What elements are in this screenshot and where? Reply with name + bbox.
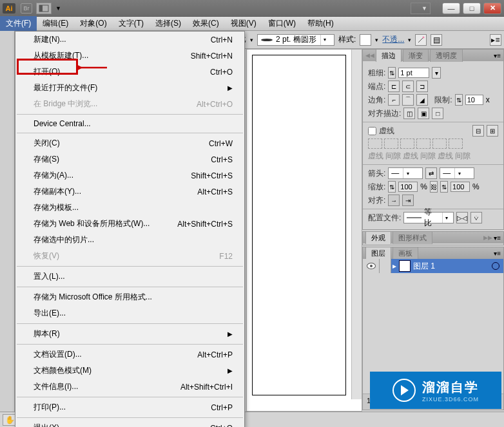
- panel-menu-icon[interactable]: ▾≡: [494, 250, 501, 257]
- menu-window[interactable]: 窗口(W): [262, 16, 302, 31]
- style-swatch[interactable]: [360, 34, 371, 46]
- align-arrow-a[interactable]: →: [388, 195, 400, 206]
- visibility-toggle[interactable]: [363, 259, 380, 273]
- panel-menu-icon[interactable]: ▸≡: [490, 34, 501, 46]
- scale-end-input[interactable]: [451, 182, 470, 192]
- menu-file[interactable]: 文件(F): [0, 16, 37, 31]
- chevron-down-icon[interactable]: ▾: [375, 37, 378, 43]
- stepper-icon[interactable]: ⇅: [455, 94, 463, 106]
- menu-item[interactable]: 存储为 Microsoft Office 所用格式...: [15, 289, 244, 305]
- stepper-icon[interactable]: ⇅: [440, 181, 448, 193]
- swap-arrow-button[interactable]: ⇄: [425, 167, 437, 179]
- align-arrow-b[interactable]: ⇥: [402, 195, 414, 206]
- menu-effect[interactable]: 效果(C): [187, 16, 225, 31]
- minimize-button[interactable]: —: [442, 3, 460, 14]
- tab-stroke[interactable]: 描边: [376, 49, 402, 62]
- menu-item[interactable]: 打印(P)...Ctrl+P: [15, 399, 244, 415]
- dash-align-a[interactable]: ⊟: [472, 125, 484, 137]
- menu-item[interactable]: 存储为模板...: [15, 200, 244, 216]
- document-canvas[interactable]: [246, 49, 362, 412]
- weight-input[interactable]: [398, 68, 429, 78]
- arrow-start-field[interactable]: —▾: [388, 167, 423, 179]
- tab-gradient[interactable]: 渐变: [403, 49, 429, 62]
- menu-item[interactable]: 退出(X)Ctrl+Q: [15, 420, 244, 427]
- menu-item[interactable]: 存储为(A)...Shift+Ctrl+S: [15, 167, 244, 184]
- gap-field[interactable]: [449, 138, 463, 149]
- menu-type[interactable]: 文字(T): [113, 16, 150, 31]
- dash-field[interactable]: [368, 138, 382, 149]
- chevron-down-icon[interactable]: ▾: [250, 37, 253, 43]
- align-outside-button[interactable]: □: [432, 108, 443, 119]
- limit-input[interactable]: [465, 95, 483, 105]
- tab-appearance[interactable]: 外观: [365, 231, 391, 244]
- chevron-down-icon[interactable]: ▾: [320, 35, 329, 45]
- scrollbar-vertical[interactable]: [351, 50, 362, 399]
- corner-miter-button[interactable]: ⌐: [388, 94, 400, 106]
- menu-item[interactable]: 存储副本(Y)...Alt+Ctrl+S: [15, 184, 244, 200]
- scale-start-input[interactable]: [398, 182, 418, 192]
- flip-v-icon[interactable]: ⩒: [470, 212, 482, 223]
- align-inside-button[interactable]: ▣: [418, 108, 429, 119]
- menu-item[interactable]: 脚本(R)▶: [15, 326, 244, 342]
- menu-item[interactable]: 存储(S)Ctrl+S: [15, 151, 244, 167]
- menu-object[interactable]: 对象(O): [74, 16, 112, 31]
- arrow-end-field[interactable]: —▾: [440, 167, 474, 179]
- profile-field[interactable]: 等比 ▾: [403, 212, 454, 223]
- close-button[interactable]: ✕: [483, 3, 501, 14]
- dash-align-b[interactable]: ⊞: [487, 125, 498, 137]
- menu-item[interactable]: 最近打开的文件(F)▶: [15, 80, 244, 96]
- menu-item[interactable]: 从模板新建(T)...Shift+Ctrl+N: [15, 48, 244, 64]
- layer-name[interactable]: 图层 1: [413, 261, 435, 272]
- chevron-down-icon[interactable]: ▾: [408, 37, 411, 43]
- options-extra-button[interactable]: ▤: [431, 34, 442, 46]
- workspace-dropdown[interactable]: ▼: [411, 3, 431, 14]
- gap-field[interactable]: [384, 138, 398, 149]
- cap-butt-button[interactable]: ⊏: [388, 81, 400, 92]
- maximize-button[interactable]: □: [463, 3, 481, 14]
- flip-h-icon[interactable]: ▷◁: [456, 212, 468, 223]
- tab-artboards[interactable]: 画板: [393, 247, 418, 260]
- panel-menu-icon[interactable]: ▾≡: [494, 52, 501, 59]
- dash-checkbox[interactable]: [368, 127, 376, 135]
- menu-edit[interactable]: 编辑(E): [37, 16, 74, 31]
- menu-item[interactable]: 关闭(C)Ctrl+W: [15, 135, 244, 151]
- corner-round-button[interactable]: ⌒: [402, 94, 414, 106]
- cap-projecting-button[interactable]: ⊐: [416, 81, 428, 92]
- menu-item[interactable]: 文档颜色模式(M)▶: [15, 363, 244, 379]
- menu-item[interactable]: 新建(N)...Ctrl+N: [15, 32, 244, 48]
- tab-graphic-styles[interactable]: 图形样式: [393, 231, 432, 244]
- tab-transparency[interactable]: 透明度: [430, 49, 463, 62]
- tab-layers[interactable]: 图层: [365, 247, 391, 260]
- dash-field[interactable]: [432, 138, 447, 149]
- panel-menu-icon[interactable]: ▾≡: [494, 234, 501, 242]
- stroke-profile-field[interactable]: 2 pt. 椭圆形 ▾: [257, 34, 334, 46]
- menu-view[interactable]: 视图(V): [225, 16, 262, 31]
- link-icon[interactable]: ⛓: [430, 181, 438, 193]
- corner-bevel-button[interactable]: ◢: [416, 94, 428, 106]
- stepper-icon[interactable]: ⇅: [388, 67, 396, 79]
- menu-item[interactable]: 打开(O)...Ctrl+O: [15, 64, 244, 80]
- menu-item[interactable]: 文件信息(I)...Alt+Shift+Ctrl+I: [15, 379, 244, 395]
- menu-item[interactable]: 存储为 Web 和设备所用格式(W)...Alt+Shift+Ctrl+S: [15, 216, 244, 232]
- menu-help[interactable]: 帮助(H): [302, 16, 340, 31]
- menu-item[interactable]: Device Central...: [15, 117, 244, 131]
- gap-field[interactable]: [416, 138, 431, 149]
- opacity-link[interactable]: 不透...: [382, 34, 404, 45]
- menu-item[interactable]: 文档设置(D)...Alt+Ctrl+P: [15, 346, 244, 363]
- align-center-button[interactable]: ◫: [403, 108, 415, 119]
- menu-item[interactable]: 存储选中的切片...: [15, 232, 244, 248]
- menu-item[interactable]: 置入(L)...: [15, 269, 244, 285]
- expand-icon[interactable]: ▸: [393, 261, 396, 270]
- dash-field[interactable]: [400, 138, 414, 149]
- chevron-down-icon[interactable]: ▼: [55, 5, 61, 12]
- stepper-icon[interactable]: ⇅: [388, 181, 396, 193]
- layer-row[interactable]: ▸ 图层 1: [363, 259, 503, 273]
- cap-round-button[interactable]: ⊂: [402, 81, 414, 92]
- wand-icon[interactable]: [415, 34, 427, 46]
- menu-select[interactable]: 选择(S): [150, 16, 187, 31]
- chevron-down-icon[interactable]: ▾: [432, 67, 441, 79]
- target-icon[interactable]: [492, 262, 499, 270]
- bridge-button[interactable]: Br: [21, 3, 32, 14]
- layout-switcher[interactable]: [36, 3, 52, 14]
- lock-toggle[interactable]: [380, 259, 391, 273]
